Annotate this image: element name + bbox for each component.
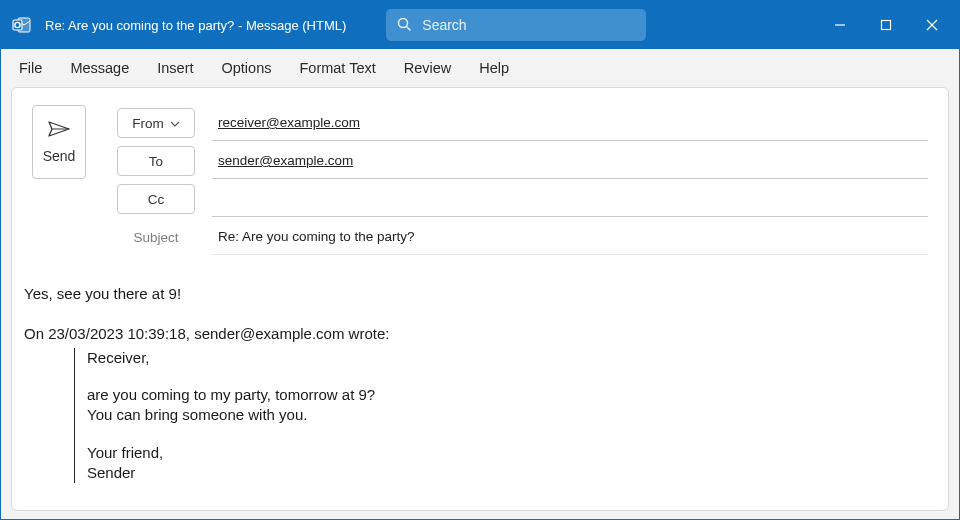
- cc-label: Cc: [148, 192, 165, 207]
- subject-label: Subject: [117, 222, 195, 252]
- search-input[interactable]: [420, 16, 636, 34]
- subject-field[interactable]: Re: Are you coming to the party?: [212, 219, 928, 255]
- menu-review[interactable]: Review: [404, 60, 452, 76]
- to-button[interactable]: To: [117, 146, 195, 176]
- send-label: Send: [43, 148, 76, 164]
- menu-insert[interactable]: Insert: [157, 60, 193, 76]
- quote-intro: On 23/03/2023 10:39:18, sender@example.c…: [24, 324, 928, 344]
- from-label: From: [132, 116, 164, 131]
- to-value: sender@example.com: [218, 153, 353, 168]
- window-controls: [817, 1, 955, 49]
- from-value: receiver@example.com: [218, 115, 360, 130]
- cc-button[interactable]: Cc: [117, 184, 195, 214]
- close-button[interactable]: [909, 1, 955, 49]
- maximize-button[interactable]: [863, 1, 909, 49]
- menu-format-text[interactable]: Format Text: [299, 60, 375, 76]
- subject-value: Re: Are you coming to the party?: [218, 229, 415, 244]
- from-field[interactable]: receiver@example.com: [212, 105, 928, 141]
- quoted-line: You can bring someone with you.: [87, 405, 928, 425]
- from-button[interactable]: From: [117, 108, 195, 138]
- svg-rect-6: [882, 21, 891, 30]
- menu-message[interactable]: Message: [70, 60, 129, 76]
- to-field[interactable]: sender@example.com: [212, 143, 928, 179]
- to-label: To: [149, 154, 163, 169]
- quoted-line: Your friend,: [87, 443, 928, 463]
- compose-area: Send From receiver@example.com To sender…: [1, 87, 959, 520]
- reply-text: Yes, see you there at 9!: [24, 284, 928, 304]
- svg-line-4: [407, 26, 411, 30]
- send-button[interactable]: Send: [32, 105, 86, 179]
- menu-help[interactable]: Help: [479, 60, 509, 76]
- message-header: Send From receiver@example.com To sender…: [12, 88, 948, 264]
- message-body[interactable]: Yes, see you there at 9! On 23/03/2023 1…: [12, 264, 948, 493]
- compose-panel: Send From receiver@example.com To sender…: [11, 87, 949, 511]
- quoted-line: Receiver,: [87, 348, 928, 368]
- quoted-line: Sender: [87, 463, 928, 483]
- search-icon: [396, 16, 412, 35]
- search-box[interactable]: [386, 9, 646, 41]
- quoted-block: Receiver, are you coming to my party, to…: [74, 348, 928, 483]
- menu-options[interactable]: Options: [221, 60, 271, 76]
- outlook-icon: [11, 14, 33, 36]
- chevron-down-icon: [170, 116, 180, 131]
- window-title: Re: Are you coming to the party? - Messa…: [45, 18, 346, 33]
- cc-field[interactable]: [212, 181, 928, 217]
- minimize-button[interactable]: [817, 1, 863, 49]
- send-icon: [48, 121, 70, 140]
- quoted-line: are you coming to my party, tomorrow at …: [87, 385, 928, 405]
- menu-bar: File Message Insert Options Format Text …: [1, 49, 959, 87]
- title-bar: Re: Are you coming to the party? - Messa…: [1, 1, 959, 49]
- menu-file[interactable]: File: [19, 60, 42, 76]
